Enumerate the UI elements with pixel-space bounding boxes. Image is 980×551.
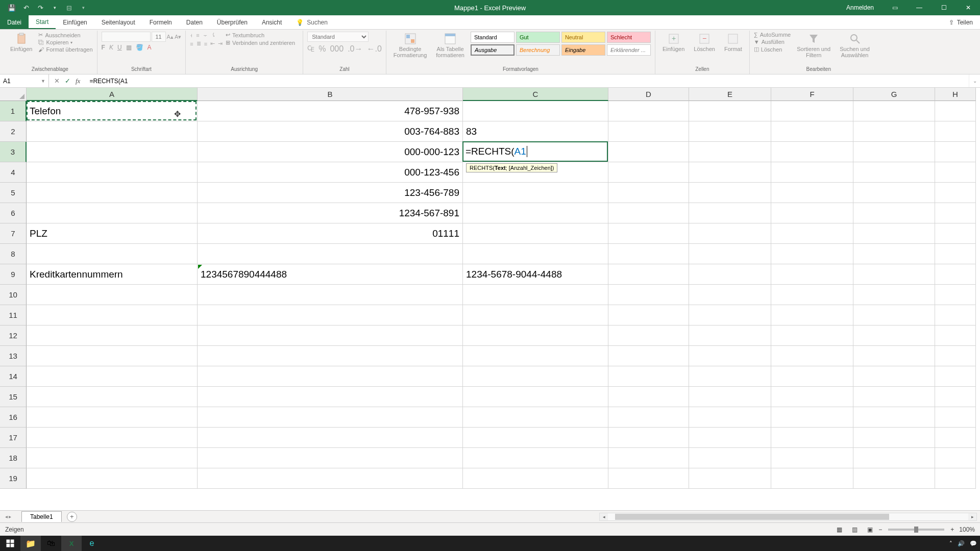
formula-bar-input[interactable]: =RECHTS(A1: [85, 78, 969, 85]
qat-customize-icon[interactable]: ▾: [49, 2, 60, 13]
view-page-layout-icon[interactable]: ▥: [848, 524, 861, 535]
delete-cells-button[interactable]: −Löschen: [691, 32, 718, 53]
cell[interactable]: [935, 223, 976, 244]
ribbon-options-icon[interactable]: ▭: [883, 0, 906, 15]
style-eingabe[interactable]: Eingabe: [561, 44, 605, 56]
cell[interactable]: [608, 366, 689, 387]
add-sheet-button[interactable]: +: [67, 512, 77, 522]
select-all-corner[interactable]: [0, 88, 27, 101]
cell[interactable]: [935, 387, 976, 407]
column-header-H[interactable]: H: [935, 88, 976, 101]
column-header-F[interactable]: F: [771, 88, 853, 101]
cell[interactable]: [689, 387, 771, 407]
align-left-icon[interactable]: ≡: [190, 41, 193, 47]
cell[interactable]: [771, 101, 853, 121]
cell[interactable]: [853, 244, 935, 264]
fx-icon[interactable]: fx: [76, 77, 80, 85]
style-gut[interactable]: Gut: [516, 32, 560, 43]
autosum-button[interactable]: ∑AutoSumme: [754, 32, 791, 38]
cell[interactable]: [853, 142, 935, 162]
cell[interactable]: [689, 101, 771, 121]
conditional-formatting-button[interactable]: Bedingte Formatierung: [390, 32, 430, 59]
cell[interactable]: [27, 407, 198, 428]
cell[interactable]: [771, 142, 853, 162]
row-header-18[interactable]: 18: [0, 448, 27, 468]
cell-B1[interactable]: 478-957-938: [198, 101, 463, 121]
tab-review[interactable]: Überprüfen: [210, 15, 255, 29]
cell[interactable]: [771, 305, 853, 325]
fill-color-button[interactable]: 🪣: [136, 44, 143, 51]
cell-B2[interactable]: 003-764-883: [198, 121, 463, 142]
cell-A9[interactable]: Kreditkartennummern: [27, 264, 198, 285]
cell[interactable]: [935, 428, 976, 448]
cell[interactable]: [463, 285, 608, 305]
number-format-select[interactable]: Standard: [307, 32, 369, 42]
merge-center-button[interactable]: ⊞Verbinden und zentrieren: [226, 39, 295, 46]
cell[interactable]: [935, 448, 976, 468]
cell[interactable]: [853, 428, 935, 448]
tab-insert[interactable]: Einfügen: [56, 15, 94, 29]
cell[interactable]: [853, 448, 935, 468]
tab-start[interactable]: Start: [29, 15, 56, 29]
cell[interactable]: [27, 183, 198, 203]
cell[interactable]: [27, 448, 198, 468]
qat-more-icon[interactable]: ▾: [78, 2, 89, 13]
cell[interactable]: [689, 223, 771, 244]
increase-font-icon[interactable]: A▴: [167, 34, 174, 40]
name-box[interactable]: ▼: [0, 74, 49, 87]
column-header-G[interactable]: G: [853, 88, 935, 101]
cell[interactable]: [935, 285, 976, 305]
style-schlecht[interactable]: Schlecht: [607, 32, 651, 43]
cell[interactable]: [608, 346, 689, 366]
cell[interactable]: [198, 407, 463, 428]
view-normal-icon[interactable]: ▦: [832, 524, 846, 535]
tray-volume-icon[interactable]: 🔊: [958, 540, 965, 547]
taskbar-excel[interactable]: X: [61, 536, 82, 551]
cell[interactable]: [771, 244, 853, 264]
cell[interactable]: [853, 183, 935, 203]
cell[interactable]: [463, 346, 608, 366]
cell[interactable]: [463, 325, 608, 346]
zoom-in-icon[interactable]: +: [950, 526, 954, 533]
cell[interactable]: [463, 305, 608, 325]
row-headers[interactable]: 12345678910111213141516171819: [0, 101, 27, 489]
tab-formulas[interactable]: Formeln: [142, 15, 179, 29]
cell[interactable]: [853, 203, 935, 223]
taskbar-store[interactable]: 🛍: [41, 536, 61, 551]
formula-bar-expand-icon[interactable]: ⌄: [969, 74, 980, 87]
format-as-table-button[interactable]: Als Tabelle formatieren: [433, 32, 468, 59]
cell[interactable]: [853, 468, 935, 489]
view-page-break-icon[interactable]: ▣: [863, 524, 876, 535]
column-header-D[interactable]: D: [608, 88, 689, 101]
taskbar-explorer[interactable]: 📁: [20, 536, 41, 551]
save-icon[interactable]: 💾: [6, 2, 17, 13]
cell[interactable]: [689, 203, 771, 223]
copy-button[interactable]: ⿻Kopieren▾: [38, 39, 92, 45]
share-button[interactable]: ⇪ Teilen: [942, 15, 980, 29]
cell[interactable]: [689, 346, 771, 366]
redo-icon[interactable]: ↷: [35, 2, 46, 13]
style-ausgabe[interactable]: Ausgabe: [471, 44, 514, 56]
enter-formula-icon[interactable]: ✓: [65, 77, 70, 85]
cell[interactable]: [463, 244, 608, 264]
cell[interactable]: [608, 468, 689, 489]
cell-B5[interactable]: 123-456-789: [198, 183, 463, 203]
cell[interactable]: [689, 244, 771, 264]
cell[interactable]: [689, 366, 771, 387]
cell[interactable]: [198, 244, 463, 264]
increase-decimal-icon[interactable]: .0→: [348, 44, 362, 54]
cell-A7[interactable]: PLZ: [27, 223, 198, 244]
tab-data[interactable]: Daten: [179, 15, 210, 29]
taskbar-edge[interactable]: e: [82, 536, 102, 551]
cell[interactable]: [608, 407, 689, 428]
style-erklaerender[interactable]: Erklärender ...: [607, 44, 651, 56]
cell[interactable]: [198, 305, 463, 325]
cell-C9[interactable]: 1234-5678-9044-4488: [463, 264, 608, 285]
cell[interactable]: [689, 285, 771, 305]
scroll-right-icon[interactable]: ▸: [968, 514, 976, 519]
cell[interactable]: [27, 366, 198, 387]
cell[interactable]: [853, 162, 935, 183]
cell[interactable]: [463, 203, 608, 223]
row-header-16[interactable]: 16: [0, 407, 27, 428]
column-header-A[interactable]: A: [27, 88, 198, 101]
